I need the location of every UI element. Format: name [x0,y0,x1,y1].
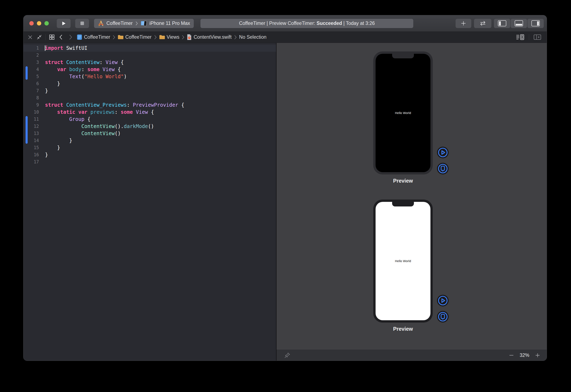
code-line[interactable]: 5 Text("Hello World") [23,73,276,80]
code-text: struct ContentView_Previews: PreviewProv… [45,101,184,109]
scheme-selector[interactable]: CoffeeTimer iPhone 11 Pro Max [94,19,194,28]
breadcrumb-item-label: ContentView.swift [194,34,231,40]
run-button[interactable] [57,19,71,28]
scheme-project-label: CoffeeTimer [106,20,133,26]
code-line[interactable]: 9struct ContentView_Previews: PreviewPro… [23,101,276,109]
pin-preview-button[interactable] [284,352,290,359]
zoom-window-button[interactable] [45,21,49,26]
line-number[interactable]: 6 [23,80,39,87]
stop-button[interactable] [75,19,89,28]
related-items-button[interactable] [49,34,55,40]
code-line[interactable]: 14 } [23,137,276,144]
zoom-level-label: 32% [520,352,529,358]
code-line[interactable]: 16} [23,151,276,158]
zoom-in-icon [535,352,541,358]
line-number[interactable]: 3 [23,59,39,66]
preview-screen-text: Hello World [395,259,411,263]
breadcrumb-item[interactable]: ContentView.swift [187,34,231,40]
code-line[interactable]: 11 Group { [23,116,276,123]
code-line[interactable]: 6 } [23,80,276,87]
code-text: Text("Hello World") [45,73,127,80]
collapse-editor-icon [36,34,42,40]
code-line[interactable]: 2 [23,52,276,59]
preview-on-device-button[interactable] [437,311,449,322]
code-text: ContentView().darkMode() [45,123,154,130]
code-text: var body: some View { [45,66,121,73]
live-preview-play-button[interactable] [437,295,449,307]
text-cursor [45,45,45,51]
line-number[interactable]: 12 [23,123,39,130]
toggle-inspector-button[interactable] [527,19,544,28]
preview-on-device-button[interactable] [437,163,449,174]
breadcrumb-item[interactable]: CoffeeTimer [118,34,151,40]
code-line[interactable]: 15 } [23,144,276,151]
xcode-window: CoffeeTimer iPhone 11 Pro Max CoffeeTime… [23,15,547,361]
close-window-button[interactable] [29,21,34,26]
line-number[interactable]: 16 [23,151,39,158]
code-line[interactable]: 1import SwiftUI [23,44,276,52]
source-editor[interactable]: 1import SwiftUI23struct ContentView: Vie… [23,43,276,361]
line-number[interactable]: 4 [23,66,39,73]
breadcrumb-item[interactable]: Views [159,34,180,40]
status-text-result: Succeeded [316,20,342,26]
minimize-window-button[interactable] [37,21,41,26]
canvas-bottom-bar: 32% [276,350,547,361]
back-icon [59,34,63,40]
code-line[interactable]: 7} [23,87,276,94]
code-text: } [45,87,48,94]
zoom-in-button[interactable] [535,352,541,358]
code-text: ContentView() [45,130,121,137]
code-review-button[interactable] [474,19,491,28]
pin-icon [284,352,290,359]
breadcrumb-item[interactable]: CoffeeTimer [77,34,110,40]
go-forward-button[interactable] [69,34,73,40]
line-number[interactable]: 17 [23,158,39,166]
zoom-out-button[interactable] [509,352,514,358]
toggle-debug-area-button[interactable] [511,19,527,28]
live-preview-play-icon [437,147,449,158]
jump-bar: CoffeeTimerCoffeeTimerViewsContentView.s… [23,32,547,43]
code-line[interactable]: 10 static var previews: some View { [23,109,276,116]
code-rows: 1import SwiftUI23struct ContentView: Vie… [23,44,276,166]
editor-options-button[interactable] [516,34,525,40]
chevron-separator-icon [182,35,184,40]
close-editor-button[interactable] [28,35,33,40]
code-text: Group { [45,116,90,123]
line-number[interactable]: 9 [23,101,39,109]
breadcrumb-item-label: CoffeeTimer [125,34,151,40]
chevron-separator-icon [112,35,115,40]
code-line[interactable]: 4 var body: some View { [23,66,276,73]
preview-item-dark: Hello WorldPreview [373,52,433,184]
line-number[interactable]: 5 [23,73,39,80]
live-preview-play-button[interactable] [437,147,449,158]
preview-on-device-icon [437,163,449,174]
code-line[interactable]: 13 ContentView() [23,130,276,137]
activity-status-view[interactable]: CoffeeTimer | Preview CoffeeTimer: Succe… [200,19,413,28]
go-back-button[interactable] [59,34,63,40]
add-editor-button[interactable] [534,34,541,40]
device-screen: Hello World [376,202,430,320]
code-line[interactable]: 17 [23,158,276,166]
line-number[interactable]: 14 [23,137,39,144]
code-text: static var previews: some View { [45,109,154,116]
toolbar: CoffeeTimer iPhone 11 Pro Max CoffeeTime… [23,15,547,32]
line-number[interactable]: 1 [23,44,39,52]
swift-file-icon [187,34,192,40]
code-line[interactable]: 12 ContentView().darkMode() [23,123,276,130]
code-line[interactable]: 8 [23,94,276,101]
line-number[interactable]: 7 [23,87,39,94]
collapse-editor-button[interactable] [36,34,42,40]
line-number[interactable]: 10 [23,109,39,116]
line-number[interactable]: 11 [23,116,39,123]
related-items-icon [49,34,55,40]
line-number[interactable]: 2 [23,52,39,59]
code-line[interactable]: 3struct ContentView: View { [23,59,276,66]
line-number[interactable]: 15 [23,144,39,151]
code-text: } [45,80,60,87]
library-button[interactable] [456,19,471,28]
line-number[interactable]: 8 [23,94,39,101]
toggle-navigator-button[interactable] [494,19,510,28]
breadcrumb-item-label: No Selection [239,34,266,40]
line-number[interactable]: 13 [23,130,39,137]
breadcrumb-item[interactable]: No Selection [239,34,266,40]
